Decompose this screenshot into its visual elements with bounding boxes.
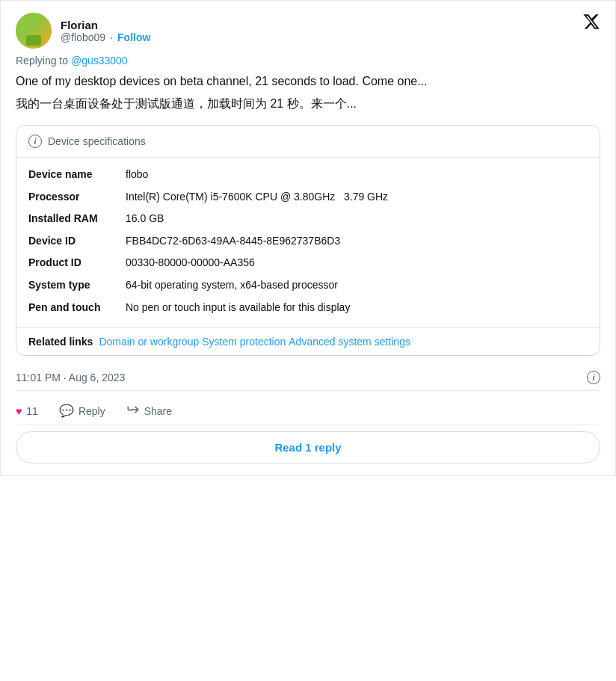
card-title: Device specifications [48, 135, 146, 147]
tweet-timestamp: 11:01 PM · Aug 6, 2023 [16, 372, 125, 383]
related-links-label: Related links [28, 336, 93, 348]
device-specs-card: i Device specifications Device name flob… [16, 125, 600, 356]
spec-label-device-name: Device name [28, 167, 126, 182]
related-links-section: Related links Domain or workgroup System… [16, 327, 600, 355]
replying-to-handle[interactable]: @gus33000 [71, 55, 128, 67]
reply-bubble-icon: 💬 [59, 404, 74, 418]
tweet-meta: 11:01 PM · Aug 6, 2023 i [16, 365, 600, 391]
tweet-actions: ♥ 11 💬 Reply Share [16, 397, 600, 425]
tweet-text-english: One of my desktop devices on beta channe… [16, 73, 600, 90]
spec-value-ram: 16.0 GB [126, 212, 588, 227]
read-reply-button[interactable]: Read 1 reply [16, 431, 600, 463]
separator: · [110, 31, 113, 43]
card-header: i Device specifications [16, 126, 600, 158]
spec-row-pen-touch: Pen and touch No pen or touch input is a… [28, 297, 588, 319]
spec-label-system-type: System type [28, 278, 126, 293]
spec-value-product-id: 00330-80000-00000-AA356 [126, 256, 588, 271]
spec-row-system-type: System type 64-bit operating system, x64… [28, 274, 588, 297]
related-link-protection[interactable]: System protection [202, 336, 286, 348]
specs-table: Device name flobo Processor Intel(R) Cor… [16, 158, 600, 327]
author-handle-row: @flobo09 · Follow [61, 31, 150, 43]
tweet-text-chinese: 我的一台桌面设备处于测试版通道，加载时间为 21 秒。来一个... [16, 95, 600, 113]
spec-label-ram: Installed RAM [28, 212, 126, 227]
heart-icon: ♥ [16, 405, 22, 417]
like-button[interactable]: ♥ 11 [16, 402, 38, 420]
spec-value-pen-touch: No pen or touch input is available for t… [126, 301, 588, 315]
spec-row-processor: Processor Intel(R) Core(TM) i5-7600K CPU… [28, 186, 588, 209]
spec-label-product-id: Product ID [28, 256, 126, 271]
spec-label-processor: Processor [28, 190, 126, 205]
related-link-advanced[interactable]: Advanced system settings [289, 336, 410, 348]
follow-button[interactable]: Follow [117, 31, 150, 43]
like-count: 11 [26, 405, 38, 417]
related-link-domain[interactable]: Domain or workgroup [99, 336, 199, 348]
info-icon: i [28, 135, 42, 148]
reply-button[interactable]: 💬 Reply [59, 401, 105, 421]
share-button[interactable]: Share [126, 400, 172, 422]
reply-label: Reply [78, 405, 105, 417]
author-name: Florian [61, 19, 150, 31]
share-icon [126, 403, 140, 419]
spec-row-device-name: Device name flobo [28, 164, 588, 186]
avatar [16, 13, 52, 49]
tweet-author: Florian @flobo09 · Follow [16, 13, 150, 49]
tweet-container: Florian @flobo09 · Follow Replying to @g… [0, 0, 616, 476]
x-logo-icon [582, 13, 600, 31]
spec-value-device-name: flobo [126, 167, 588, 182]
spec-value-device-id: FBB4DC72-6D63-49AA-8445-8E962737B6D3 [126, 234, 588, 249]
spec-row-device-id: Device ID FBB4DC72-6D63-49AA-8445-8E9627… [28, 230, 588, 253]
spec-label-device-id: Device ID [28, 234, 126, 249]
author-info: Florian @flobo09 · Follow [61, 19, 150, 43]
share-label: Share [144, 405, 172, 417]
spec-row-ram: Installed RAM 16.0 GB [28, 208, 588, 230]
meta-info-icon[interactable]: i [587, 371, 600, 384]
spec-value-system-type: 64-bit operating system, x64-based proce… [126, 278, 588, 293]
replying-to: Replying to @gus33000 [16, 55, 600, 67]
author-handle: @flobo09 [61, 31, 105, 43]
spec-row-product-id: Product ID 00330-80000-00000-AA356 [28, 252, 588, 274]
spec-value-processor: Intel(R) Core(TM) i5-7600K CPU @ 3.80GHz… [126, 190, 588, 205]
tweet-header: Florian @flobo09 · Follow [16, 13, 600, 49]
spec-label-pen-touch: Pen and touch [28, 301, 126, 315]
